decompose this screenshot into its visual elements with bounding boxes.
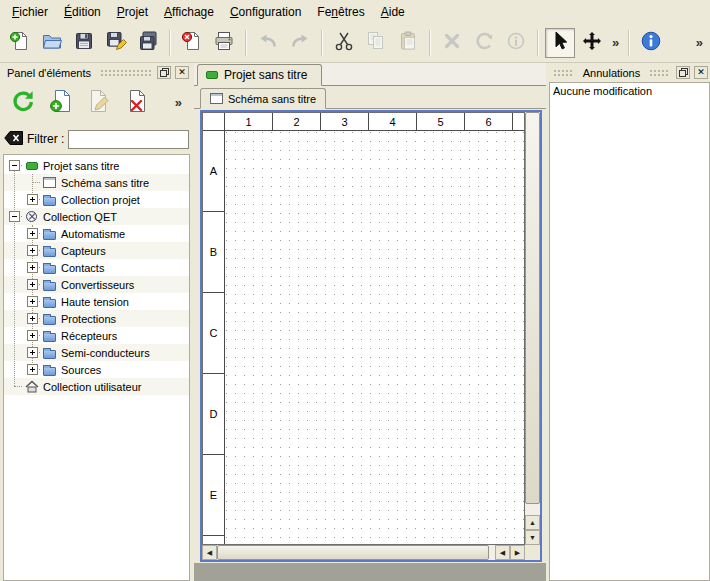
cursor-arrow-icon [549, 30, 571, 55]
dock-grip [649, 69, 670, 77]
menu-aide[interactable]: Aide [373, 2, 413, 22]
new-element-button[interactable] [44, 85, 78, 119]
scroll-left-button-2[interactable]: ◀ [495, 545, 510, 560]
down-arrow-icon: ▼ [529, 534, 536, 541]
tab-schema[interactable]: Schéma sans titre [200, 88, 326, 109]
expand-expander-icon[interactable] [27, 347, 38, 358]
element-infos-button[interactable] [501, 28, 531, 58]
undo-empty-message: Aucune modification [553, 85, 706, 97]
elements-panel-title: Panel d'éléments [4, 67, 94, 79]
vertical-scrollbar-thumb[interactable] [525, 112, 540, 504]
tree-item-project[interactable]: Projet sans titre [4, 157, 189, 174]
tree-item-sources[interactable]: Sources [4, 361, 189, 378]
qet-collection-icon [24, 210, 39, 224]
paste-button[interactable] [393, 28, 423, 58]
panel-overflow-chevron[interactable]: » [172, 95, 185, 110]
copy-button[interactable] [361, 28, 391, 58]
left-arrow-icon: ◀ [500, 549, 505, 556]
printer-icon [213, 30, 235, 55]
dock-float-button[interactable] [157, 66, 171, 79]
undo-history-list: Aucune modification [549, 82, 710, 581]
cut-button[interactable] [329, 28, 359, 58]
filter-label: Filtrer : [27, 132, 64, 146]
filter-row: Filtrer : [4, 128, 189, 150]
collapse-expander-icon[interactable] [9, 160, 20, 171]
elements-panel-titlebar[interactable]: Panel d'éléments ✕ [2, 65, 191, 80]
scroll-left-button[interactable]: ◀ [202, 545, 217, 560]
expand-expander-icon[interactable] [27, 364, 38, 375]
about-qet-button[interactable] [636, 28, 666, 58]
undo-button[interactable] [253, 28, 283, 58]
mdi-area: Projet sans titre Schéma sans titre 1 2 … [194, 63, 546, 581]
ruler-column: 4 [369, 113, 417, 130]
ruler-column: 5 [417, 113, 465, 130]
scrollbar-corner [525, 545, 540, 560]
folder-icon [42, 295, 57, 309]
toolbar-overflow-chevron[interactable]: » [609, 35, 622, 50]
scroll-right-button[interactable]: ▶ [510, 545, 525, 560]
expand-expander-icon[interactable] [27, 262, 38, 273]
expand-expander-icon[interactable] [27, 330, 38, 341]
dock-float-button[interactable] [676, 66, 690, 79]
menu-fenetres[interactable]: Fenêtres [309, 2, 372, 22]
rotate-button[interactable] [469, 28, 499, 58]
folder-icon [42, 363, 57, 377]
scroll-up-button[interactable]: ▲ [525, 515, 540, 530]
expand-expander-icon[interactable] [27, 313, 38, 324]
print-button[interactable] [209, 28, 239, 58]
menu-projet[interactable]: Projet [109, 2, 156, 22]
expand-expander-icon[interactable] [27, 296, 38, 307]
expand-expander-icon[interactable] [27, 228, 38, 239]
menu-affichage[interactable]: Affichage [156, 2, 222, 22]
delete-button[interactable] [437, 28, 467, 58]
clear-filter-button[interactable] [4, 131, 23, 148]
horizontal-scrollbar[interactable]: ◀ ◀ ▶ [202, 545, 525, 560]
toolbar-overflow-chevron-2[interactable]: » [693, 35, 706, 50]
redo-icon [289, 30, 311, 55]
menu-bar: Fichier Édition Projet Affichage Configu… [0, 0, 710, 23]
collapse-expander-icon[interactable] [9, 211, 20, 222]
save-as-button[interactable] [101, 28, 131, 58]
save-all-button[interactable] [133, 28, 163, 58]
delete-element-button[interactable] [120, 85, 154, 119]
scroll-down-button[interactable]: ▼ [525, 530, 540, 545]
close-file-button[interactable] [177, 28, 207, 58]
ruler-row: C [203, 293, 224, 374]
save-button[interactable] [69, 28, 99, 58]
toolbar-separator [429, 30, 431, 56]
tree-connector [14, 386, 22, 387]
select-tool-button[interactable] [545, 28, 575, 58]
horizontal-scrollbar-thumb[interactable] [217, 545, 489, 560]
move-tool-button[interactable] [577, 28, 607, 58]
menu-edition[interactable]: Édition [56, 2, 109, 22]
edit-element-button[interactable] [82, 85, 116, 119]
dock-close-button[interactable]: ✕ [694, 66, 708, 79]
main-toolbar: » » [0, 23, 710, 63]
menu-fichier[interactable]: Fichier [4, 2, 56, 22]
ruler-row: A [203, 131, 224, 212]
elements-tree: Projet sans titre Schéma sans titre Coll… [3, 154, 190, 581]
new-project-button[interactable] [5, 28, 35, 58]
undo-panel-dock: Annulations ✕ Aucune modification [549, 65, 710, 581]
vertical-scrollbar[interactable]: ▲ ▼ [525, 112, 540, 545]
redo-button[interactable] [285, 28, 315, 58]
schema-canvas[interactable] [226, 132, 524, 544]
dock-grip [553, 69, 574, 77]
menu-configuration[interactable]: Configuration [222, 2, 309, 22]
undo-panel-titlebar[interactable]: Annulations ✕ [549, 65, 710, 80]
open-project-button[interactable] [37, 28, 67, 58]
tab-project[interactable]: Projet sans titre [197, 64, 322, 86]
expand-expander-icon[interactable] [27, 279, 38, 290]
project-icon [206, 71, 218, 79]
ruler-column: 6 [465, 113, 513, 130]
tree-item-collection-qet[interactable]: Collection QET [4, 208, 189, 225]
expand-expander-icon[interactable] [27, 194, 38, 205]
ruler-row: E [203, 455, 224, 536]
filter-input[interactable] [68, 130, 189, 149]
dock-close-button[interactable]: ✕ [175, 66, 189, 79]
tree-item-collection-projet[interactable]: Collection projet [4, 191, 189, 208]
tree-item-collection-utilisateur[interactable]: Collection utilisateur [4, 378, 189, 395]
reload-collections-button[interactable] [6, 85, 40, 119]
expand-expander-icon[interactable] [27, 245, 38, 256]
delete-element-icon [124, 88, 150, 117]
